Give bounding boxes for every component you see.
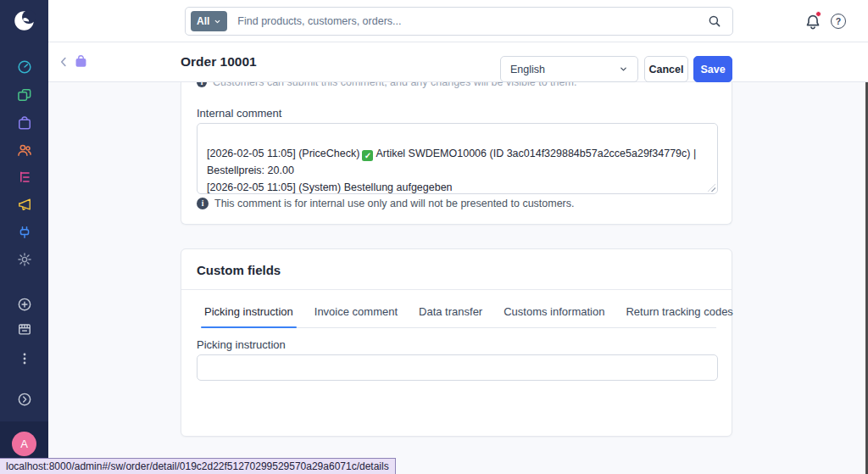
picking-instruction-input[interactable] [197,354,718,381]
info-icon: i [197,82,207,87]
search-scope-label: All [197,15,209,27]
custom-fields-tabs: Picking instruction Invoice comment Data… [204,305,716,328]
info-icon: i [197,198,209,209]
internal-comment-hint: i This comment is for internal use only … [197,198,575,209]
tab-return-tracking-codes[interactable]: Return tracking codes [626,305,732,327]
save-button[interactable]: Save [693,56,732,82]
language-select-value: English [510,64,545,75]
sidebar-item-dashboard[interactable] [15,58,33,75]
tab-invoice-comment[interactable]: Invoice comment [314,305,398,327]
chevron-down-icon [214,18,221,25]
order-comment-card: i Customers can submit this comment, and… [181,82,732,225]
sidebar-item-customers[interactable] [15,141,33,159]
sidebar-expand-button[interactable] [15,390,33,408]
tab-picking-instruction[interactable]: Picking instruction [204,305,293,327]
tab-customs-information[interactable]: Customs information [504,305,604,327]
user-avatar[interactable]: A [12,432,36,456]
custom-fields-card: Custom fields Picking instruction Invoic… [181,248,732,437]
question-icon: ? [836,16,841,26]
link-preview-statusbar: localhost:8000/admin#/sw/order/detail/01… [0,458,396,474]
textarea-resize-handle[interactable] [708,184,715,192]
sidebar-item-add-module[interactable] [15,295,33,313]
shopware-admin-window: A All ? Order 10001 English Cancel Save [0,0,868,474]
sidebar-overflow-menu[interactable] [15,349,33,367]
top-header: All ? [48,0,868,42]
sidebar-item-pos[interactable] [15,320,33,337]
help-button[interactable]: ? [831,14,846,29]
chevron-down-icon [619,64,628,74]
global-search-bar: All [185,7,733,36]
tab-data-transfer[interactable]: Data transfer [419,305,482,327]
card-divider [181,289,732,290]
sidebar-item-extensions[interactable] [15,223,33,241]
shopware-logo-icon[interactable] [13,9,36,32]
search-scope-dropdown[interactable]: All [191,11,227,31]
page-title: Order 10001 [181,54,257,70]
order-smart-bar: Order 10001 English Cancel Save [48,42,868,82]
sidebar-item-settings[interactable] [15,250,33,268]
internal-comment-label: Internal comment [197,107,281,120]
internal-comment-textarea[interactable]: [2026-02-05 11:05] (PriceCheck)✓Artikel … [197,123,718,194]
order-bag-icon [73,53,89,70]
language-select[interactable]: English [500,56,638,82]
sidebar-item-marketing[interactable] [15,195,33,213]
comment-line-1: [2026-02-05 11:05] (PriceCheck)✓Artikel … [207,145,707,179]
comment-line-2: [2026-02-05 11:05] (System) Bestellung a… [207,179,707,194]
cancel-button[interactable]: Cancel [644,56,688,82]
notification-badge [815,11,821,17]
notifications-button[interactable] [804,13,822,31]
sidebar-item-content[interactable] [15,168,33,186]
sidebar-item-catalogues[interactable] [15,86,33,103]
back-button[interactable] [56,54,71,70]
check-icon: ✓ [362,150,373,161]
search-input[interactable] [237,15,707,27]
custom-fields-title: Custom fields [197,263,281,277]
search-icon[interactable] [707,14,722,29]
picking-instruction-label: Picking instruction [197,338,286,351]
main-sidebar: A [0,0,48,474]
customer-comment-hint-clipped: i Customers can submit this comment, and… [197,82,576,88]
sidebar-item-orders[interactable] [15,114,33,131]
order-detail-content: i Customers can submit this comment, and… [48,82,868,474]
